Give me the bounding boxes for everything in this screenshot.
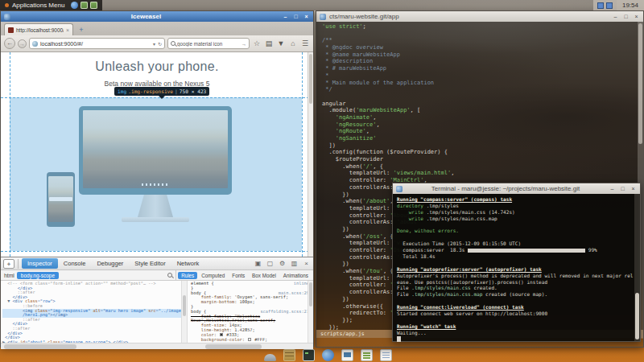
terminal-icon[interactable] bbox=[303, 349, 315, 361]
tab-debugger[interactable]: Debugger bbox=[91, 258, 129, 269]
tab-rules[interactable]: Rules bbox=[178, 272, 197, 279]
close-icon[interactable]: × bbox=[303, 13, 310, 20]
system-tray bbox=[593, 0, 617, 10]
show-desktop-icon[interactable] bbox=[264, 354, 276, 361]
tab-box-model[interactable]: Box Model bbox=[249, 272, 279, 279]
pick-element-icon[interactable]: ⌖ bbox=[3, 259, 14, 269]
browser-icon[interactable] bbox=[71, 2, 78, 9]
terminal-body: Running "compass:server" (compass) taskd… bbox=[397, 196, 632, 342]
hero-image[interactable] bbox=[10, 97, 302, 251]
menu-icon[interactable]: ☰ bbox=[300, 38, 310, 49]
reload-icon[interactable]: ↻ bbox=[158, 41, 162, 47]
spreadsheet-icon[interactable] bbox=[361, 349, 373, 361]
browser-window[interactable]: Iceweasel – □ × http://localhost:9000/ ×… bbox=[0, 10, 314, 348]
line: write .tmp/styles/main.css (14.742s) bbox=[397, 209, 632, 216]
image-icon[interactable] bbox=[80, 2, 88, 9]
dock-side-icon[interactable]: ▥ bbox=[290, 260, 299, 267]
line bbox=[322, 93, 643, 101]
html-tree[interactable]: <!-- <form class="form-inline" action=""… bbox=[1, 281, 182, 343]
terminal-scrollbar[interactable] bbox=[634, 194, 640, 341]
tray-icon-1[interactable] bbox=[597, 2, 604, 9]
maximize-icon[interactable]: □ bbox=[619, 185, 626, 192]
line: ease. Use postcss([autoprefixer]).proces… bbox=[397, 279, 632, 286]
tab-network[interactable]: Network bbox=[171, 258, 205, 269]
back-button[interactable]: ← bbox=[4, 38, 15, 49]
downloads-icon[interactable]: ▼ bbox=[276, 38, 286, 49]
tray-icon-2[interactable] bbox=[606, 2, 613, 9]
tab-animations[interactable]: Animations bbox=[280, 272, 312, 279]
url-dropdown-icon[interactable]: ▾ bbox=[153, 41, 155, 47]
applications-menu[interactable]: Applications Menu bbox=[0, 0, 69, 10]
search-icon bbox=[171, 41, 175, 46]
line: Total 18.4s bbox=[397, 253, 632, 260]
minimize-icon[interactable]: – bbox=[282, 13, 289, 20]
forward-button[interactable]: → bbox=[18, 39, 27, 48]
page-scrollbar[interactable] bbox=[308, 52, 313, 257]
line: Running "watch" task bbox=[397, 323, 632, 330]
line: * # maruWebsiteApp bbox=[322, 65, 643, 72]
top-panel: Applications Menu 19:54 bbox=[0, 0, 644, 10]
rules-tabs: RulesComputedFontsBox ModelAnimations bbox=[176, 270, 313, 280]
rules-body[interactable]: element {inline}body {main.scss:29 font-… bbox=[188, 281, 313, 343]
editor-titlebar[interactable]: cts/maru-website.git/app – □ × bbox=[316, 11, 643, 22]
tab-style-editor[interactable]: Style Editor bbox=[129, 258, 171, 269]
tab-fonts[interactable]: Fonts bbox=[229, 272, 248, 279]
bookmark-star-icon[interactable]: ☆ bbox=[252, 38, 262, 49]
devtools-hscrollbars[interactable] bbox=[1, 343, 313, 349]
rules-scrollbar[interactable] bbox=[308, 281, 313, 343]
terminal-window[interactable]: Terminal - maru@jessie: ~/projects/maru-… bbox=[392, 183, 641, 342]
settings-icon[interactable]: ⚙ bbox=[278, 260, 287, 267]
browser-tab[interactable]: http://localhost:9000/ × bbox=[4, 23, 73, 35]
minimize-icon[interactable]: – bbox=[612, 13, 619, 20]
home-icon[interactable]: ⌂ bbox=[288, 38, 298, 49]
breadcrumb-selected[interactable]: body.ng-scope bbox=[17, 272, 59, 279]
document-icon[interactable] bbox=[380, 349, 392, 361]
maximize-icon[interactable]: □ bbox=[622, 13, 630, 20]
new-tab-button[interactable]: + bbox=[76, 25, 87, 35]
distributor-logo-icon bbox=[5, 3, 9, 7]
close-icon[interactable]: × bbox=[633, 13, 640, 20]
breadcrumb: html body.ng-scope bbox=[1, 270, 176, 280]
line: /** bbox=[322, 37, 643, 44]
presentation-icon[interactable] bbox=[341, 349, 353, 361]
maximize-icon[interactable]: □ bbox=[292, 13, 299, 20]
line: .module('maruWebsiteApp', [ bbox=[322, 107, 643, 114]
line: .config(function ($routeProvider) { bbox=[322, 149, 643, 156]
favicon bbox=[8, 27, 14, 33]
web-browser-icon[interactable] bbox=[322, 349, 334, 361]
image-icon[interactable] bbox=[90, 2, 97, 9]
search-bar[interactable]: google material icon → bbox=[167, 38, 250, 49]
line: write .tmp/styles/main.css.map bbox=[397, 216, 632, 222]
devtools-toolbar: ⌖ InspectorConsoleDebuggerStyle EditorNe… bbox=[1, 257, 313, 270]
tab-title: http://localhost:9000/ bbox=[16, 27, 64, 33]
editor-title: cts/maru-website.git/app bbox=[329, 13, 609, 20]
file-cabinet-icon[interactable] bbox=[283, 349, 295, 361]
breadcrumb-html[interactable]: html bbox=[4, 273, 14, 278]
close-devtools-icon[interactable]: × bbox=[302, 260, 311, 267]
frame-select-icon[interactable]: ▣ bbox=[254, 260, 262, 267]
search-go-icon[interactable]: → bbox=[242, 41, 246, 47]
tab-close-icon[interactable]: × bbox=[66, 27, 69, 33]
url-bar[interactable]: localhost:9000/#/ ▾ ↻ bbox=[29, 38, 165, 49]
minimize-icon[interactable]: – bbox=[609, 185, 616, 192]
split-console-icon[interactable]: ▢ bbox=[266, 260, 275, 267]
tab-console[interactable]: Console bbox=[58, 258, 92, 269]
terminal-output[interactable]: Running "compass:server" (compass) taskd… bbox=[393, 194, 640, 343]
inspector-tooltip: img.img-responsive | 750 × 423 bbox=[114, 87, 209, 96]
line: */ bbox=[322, 86, 643, 93]
line: background-color: #FFF; bbox=[191, 338, 312, 343]
bookmarks-menu-icon[interactable]: ▤ bbox=[264, 38, 274, 49]
devtools-tabs: InspectorConsoleDebuggerStyle EditorNetw… bbox=[22, 258, 204, 269]
url-text[interactable]: localhost:9000/#/ bbox=[40, 41, 151, 47]
search-text[interactable]: google material icon bbox=[177, 41, 240, 47]
tab-computed[interactable]: Computed bbox=[198, 272, 228, 279]
close-icon[interactable]: × bbox=[630, 185, 637, 192]
markup-search-icon[interactable] bbox=[167, 273, 172, 278]
terminal-titlebar[interactable]: Terminal - maru@jessie: ~/projects/maru-… bbox=[393, 183, 640, 194]
site-identity-icon[interactable] bbox=[32, 41, 38, 47]
tab-inspector[interactable]: Inspector bbox=[22, 258, 58, 269]
html-pane-scrollbar[interactable] bbox=[182, 281, 188, 343]
line: * bbox=[322, 72, 643, 80]
line bbox=[397, 336, 632, 343]
browser-titlebar[interactable]: Iceweasel – □ × bbox=[1, 11, 313, 22]
